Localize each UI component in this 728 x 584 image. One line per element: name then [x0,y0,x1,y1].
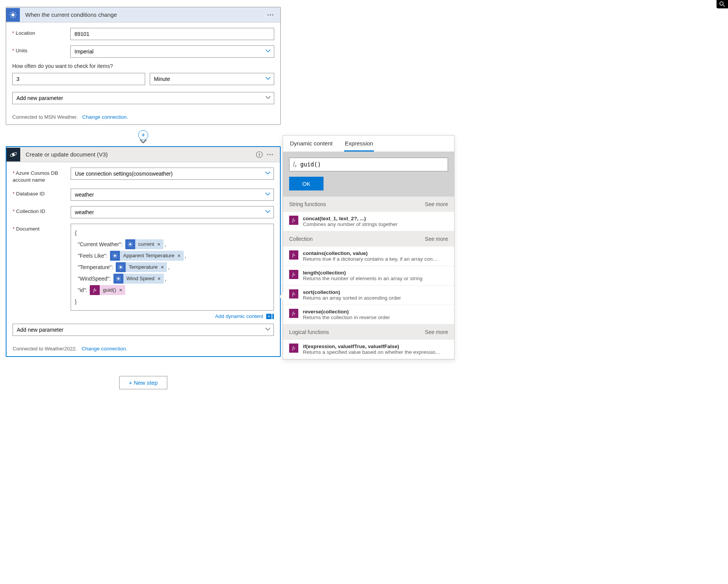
action-info-button[interactable] [254,149,265,160]
dynamic-content-token[interactable]: Temperature× [116,262,167,272]
function-item[interactable]: fxlength(collection)Returns the number o… [283,266,454,286]
svg-point-41 [120,266,122,268]
svg-line-1 [723,5,725,6]
caret-icon [272,314,274,319]
account-select[interactable] [71,168,274,180]
svg-line-46 [119,265,119,266]
svg-line-7 [11,12,11,13]
function-signature: concat(text_1, text_2?, ...) [303,216,448,221]
tab-expression[interactable]: Expression [344,140,374,152]
svg-line-30 [128,245,129,246]
svg-line-40 [116,254,117,254]
document-editor[interactable]: { "Current Weather": current×, "Feels Li… [71,224,274,311]
coll-select[interactable] [71,206,274,218]
token-label: current [135,239,157,249]
trigger-header[interactable]: When the current conditions change [6,7,280,23]
svg-line-38 [116,257,117,257]
svg-line-48 [119,268,119,269]
function-item[interactable]: fxcontains(collection, value)Returns tru… [283,247,454,266]
token-remove-button[interactable]: × [118,285,125,295]
function-description: Returns a specified value based on wheth… [303,349,448,355]
svg-point-32 [114,255,116,257]
action-change-conn-link[interactable]: Change connection. [81,346,127,352]
doc-text: , [168,261,170,273]
action-header[interactable]: Create or update document (V3) [6,147,280,162]
doc-text: , [185,250,186,261]
token-label: Temperature [126,262,160,272]
expression-token[interactable]: fxguid()× [90,285,125,295]
location-input[interactable] [70,28,274,40]
svg-point-2 [11,13,15,16]
svg-point-12 [270,14,271,15]
doc-open-brace: { [75,227,270,239]
svg-point-23 [129,243,131,245]
units-select[interactable] [70,45,274,58]
action-menu-button[interactable] [265,149,275,160]
function-signature: reverse(collection) [303,309,448,315]
token-remove-button[interactable]: × [176,251,183,261]
expression-input[interactable] [300,161,448,168]
svg-line-9 [11,16,11,17]
plus-square-icon[interactable]: + [266,314,272,319]
svg-line-49 [122,265,122,266]
svg-point-14 [12,153,15,156]
expression-panel: Dynamic content Expression fx OK String … [283,135,455,360]
token-remove-button[interactable]: × [157,239,163,249]
action-add-parameter-select[interactable] [13,324,274,336]
svg-line-10 [15,12,16,13]
trigger-menu-button[interactable] [265,10,276,20]
token-remove-button[interactable]: × [160,262,167,272]
function-item[interactable]: fxif(expression, valueIfTrue, valueIfFal… [283,340,454,359]
action-title: Create or update document (V3) [26,151,254,158]
function-signature: if(expression, valueIfTrue, valueIfFalse… [303,344,448,349]
function-signature: contains(collection, value) [303,250,448,256]
see-more-link[interactable]: See more [425,329,448,335]
add-parameter-select[interactable] [12,92,274,104]
function-list[interactable]: String functionsSee morefxconcat(text_1,… [283,197,454,359]
action-conn-text: Connected to Weather2022. [13,346,77,352]
function-item[interactable]: fxsort(collection)Returns an array sorte… [283,286,454,305]
svg-line-31 [131,242,132,243]
function-group-name: Collection [289,236,312,242]
token-label: Wind Speed [123,274,157,284]
svg-line-39 [113,257,114,257]
function-group-name: String functions [289,201,326,207]
tab-dynamic-content[interactable]: Dynamic content [289,140,333,152]
see-more-link[interactable]: See more [425,236,448,242]
doc-text: "WindSpeed": [75,273,112,284]
doc-text: , [165,239,166,250]
dynamic-content-token[interactable]: current× [125,239,163,249]
svg-point-11 [268,14,269,15]
insert-step-button[interactable]: + [138,130,148,140]
function-description: Returns true if a dictionary contains a … [303,256,448,262]
db-select[interactable] [71,189,274,201]
add-dynamic-content-link[interactable]: Add dynamic content [215,313,263,319]
zoom-lens-icon[interactable] [717,0,728,8]
dynamic-content-token[interactable]: Wind Speed× [113,274,164,284]
panel-caret-icon [279,293,283,300]
function-item[interactable]: fxreverse(collection)Returns the collect… [283,305,454,324]
fx-icon: fx [289,344,298,353]
ok-button[interactable]: OK [289,177,324,190]
function-item[interactable]: fxconcat(text_1, text_2?, ...)Combines a… [283,212,454,231]
fx-icon: fx [289,270,298,279]
svg-line-57 [116,280,117,280]
token-remove-button[interactable]: × [157,274,163,284]
poll-interval-input[interactable] [12,73,145,85]
poll-unit-select[interactable] [150,73,274,85]
new-step-button[interactable]: + New step [119,376,167,389]
function-signature: length(collection) [303,270,448,276]
trigger-card: When the current conditions change Locat… [6,7,281,125]
fx-icon: fx [90,285,100,295]
trigger-change-conn-link[interactable]: Change connection. [82,114,128,120]
svg-line-29 [131,245,132,246]
weather-icon [113,274,123,284]
token-label: guid() [100,285,118,295]
dynamic-content-token[interactable]: Apparent Temperature× [110,251,183,261]
see-more-link[interactable]: See more [425,201,448,207]
account-label: Azure Cosmos DB account name [13,168,71,183]
doc-text: "id": [75,284,89,296]
weather-icon [110,251,120,261]
units-label: Units [12,45,70,53]
svg-point-0 [720,2,723,5]
